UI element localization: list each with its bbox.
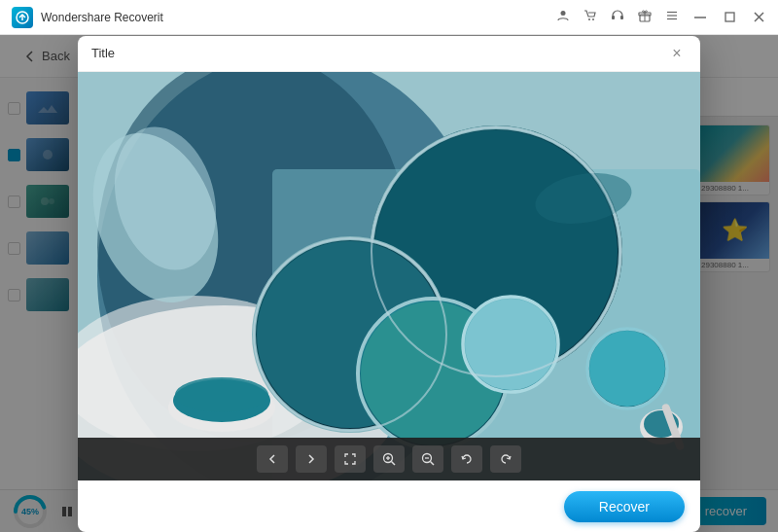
next-button[interactable] [296, 445, 327, 473]
cart-icon[interactable] [584, 9, 597, 25]
modal-image-toolbar [78, 438, 700, 480]
preview-modal: Title × [78, 36, 700, 532]
window-controls [556, 9, 766, 25]
minimize-button[interactable] [692, 10, 708, 25]
app-logo: Wondershare Recoverit [12, 7, 163, 28]
gift-icon[interactable] [638, 9, 652, 25]
svg-rect-4 [612, 16, 615, 19]
recover-button[interactable]: Recover [564, 491, 685, 522]
logo-icon [12, 7, 33, 28]
zoom-in-button[interactable] [373, 445, 405, 473]
modal-footer: Recover [78, 480, 700, 532]
headset-icon[interactable] [611, 9, 624, 25]
zoom-out-button[interactable] [412, 445, 443, 473]
svg-rect-13 [725, 13, 734, 21]
prev-button[interactable] [257, 445, 288, 473]
close-button[interactable] [751, 10, 766, 25]
app-title: Wondershare Recoverit [41, 11, 163, 24]
svg-line-63 [392, 461, 396, 465]
svg-point-2 [588, 18, 590, 20]
svg-rect-5 [620, 16, 623, 19]
svg-point-1 [561, 11, 566, 16]
modal-overlay: Title × [0, 35, 778, 532]
modal-close-button[interactable]: × [667, 44, 687, 63]
modal-title: Title [91, 46, 115, 60]
preview-image [78, 72, 700, 480]
maximize-button[interactable] [722, 10, 737, 25]
modal-preview-body [78, 72, 700, 480]
app-body: Back [0, 35, 778, 532]
profile-icon[interactable] [556, 9, 570, 25]
app-window: Wondershare Recoverit [0, 0, 778, 532]
svg-point-52 [589, 331, 665, 407]
svg-point-3 [592, 18, 594, 20]
svg-point-44 [175, 377, 268, 412]
menu-icon[interactable] [665, 9, 679, 25]
rotate-left-button[interactable] [451, 445, 482, 473]
modal-header: Title × [78, 36, 700, 72]
svg-line-67 [431, 461, 435, 465]
fit-button[interactable] [335, 445, 366, 473]
title-bar: Wondershare Recoverit [0, 0, 778, 35]
rotate-right-button[interactable] [490, 445, 521, 473]
